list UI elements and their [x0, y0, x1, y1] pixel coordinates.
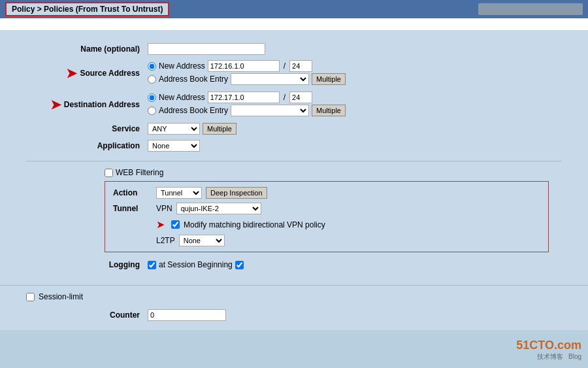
- dest-address-book-row: Address Book Entry Multiple: [148, 105, 558, 116]
- spacer-bar: [0, 18, 588, 30]
- source-address-label-wrap: ➤ Source Address: [30, 65, 140, 81]
- application-row: Application None: [26, 137, 562, 154]
- modify-label: Modify matching bidirectional VPN policy: [184, 220, 325, 229]
- dest-ip-input[interactable]: [208, 92, 280, 103]
- logging-end-checkbox[interactable]: [235, 261, 244, 269]
- source-new-address-radio[interactable]: [148, 62, 156, 71]
- watermark: 51CTO.com 技术博客 Blog: [516, 339, 581, 361]
- source-new-address-label: New Address: [159, 61, 205, 71]
- at-session-label: at Session Beginning: [159, 260, 233, 269]
- modify-arrow-icon: ➤: [156, 218, 165, 231]
- counter-row: Counter: [26, 307, 562, 324]
- logging-controls: at Session Beginning: [144, 258, 562, 272]
- service-field-cell: ANY Multiple: [144, 120, 562, 137]
- service-select[interactable]: ANY: [148, 123, 200, 135]
- action-select[interactable]: Tunnel Permit Deny: [156, 187, 202, 199]
- dest-address-book-label: Address Book Entry: [159, 106, 228, 115]
- application-select[interactable]: None: [148, 140, 200, 152]
- session-limit-label: Session-limit: [39, 292, 83, 301]
- logging-row: Logging at Session Beginning: [26, 258, 562, 272]
- source-ip-input[interactable]: [208, 60, 280, 72]
- dest-arrow-icon: ➤: [50, 97, 61, 112]
- session-limit-row: Session-limit: [26, 292, 562, 301]
- application-field-cell: None: [144, 137, 562, 154]
- source-address-book-select[interactable]: [231, 73, 309, 85]
- watermark-bottom: 技术博客 Blog: [516, 352, 581, 361]
- action-label: Action: [113, 188, 152, 197]
- form-table: Name (optional) ➤ Source Address New Add…: [26, 41, 562, 154]
- logging-table: Logging at Session Beginning: [26, 258, 562, 272]
- counter-label: Counter: [26, 307, 144, 324]
- name-field-cell: [144, 41, 562, 58]
- service-multiple-button[interactable]: Multiple: [203, 123, 237, 135]
- source-prefix-input[interactable]: [289, 60, 312, 72]
- bottom-section: Session-limit Counter: [0, 286, 588, 330]
- vpn-label: VPN: [156, 204, 172, 213]
- service-row: Service ANY Multiple: [26, 120, 562, 137]
- web-filtering-checkbox[interactable]: [105, 169, 113, 177]
- dest-prefix-input[interactable]: [289, 92, 312, 103]
- watermark-sub: 技术博客: [537, 353, 563, 360]
- action-row: Action Tunnel Permit Deny Deep Inspectio…: [113, 187, 540, 199]
- tunnel-row: Tunnel VPN qujun-IKE-2: [113, 203, 540, 214]
- web-filtering-label: WEB Filtering: [116, 168, 163, 177]
- dest-new-address-label: New Address: [159, 93, 205, 102]
- l2tp-select[interactable]: None: [179, 235, 225, 246]
- application-label-cell: Application: [26, 137, 144, 154]
- logging-checkbox[interactable]: [148, 261, 156, 269]
- dest-new-address-row: New Address /: [148, 92, 558, 103]
- source-address-book-label: Address Book Entry: [159, 75, 228, 84]
- modify-checkbox-row: ➤ Modify matching bidirectional VPN poli…: [156, 218, 325, 231]
- dest-address-label-wrap: ➤ Destination Address: [30, 97, 140, 112]
- divider-1: [26, 161, 562, 161]
- page-breadcrumb: Policy > Policies (From Trust To Untrust…: [5, 2, 169, 16]
- logging-section: Logging at Session Beginning: [26, 258, 562, 272]
- watermark-blog: Blog: [568, 353, 581, 360]
- counter-input[interactable]: [148, 309, 226, 321]
- modify-bidirectional-checkbox[interactable]: [171, 220, 180, 229]
- watermark-top: 51CTO.com: [516, 339, 581, 352]
- destination-address-cell: ➤ Destination Address: [26, 89, 144, 120]
- name-label: Name (optional): [26, 41, 144, 58]
- l2tp-row: L2TP None: [113, 235, 540, 246]
- source-address-cell: ➤ Source Address: [26, 58, 144, 89]
- destination-address-label: Destination Address: [64, 100, 140, 109]
- source-arrow-icon: ➤: [66, 65, 77, 81]
- logging-label: Logging: [26, 258, 144, 272]
- top-bar-right-area: [478, 3, 583, 15]
- counter-table: Counter: [26, 307, 562, 324]
- source-address-options: New Address / Address Book Entry Multipl…: [144, 58, 562, 89]
- main-content: Name (optional) ➤ Source Address New Add…: [0, 30, 588, 285]
- l2tp-label: L2TP: [156, 236, 175, 245]
- tunnel-label: Tunnel: [113, 204, 152, 213]
- source-address-row: ➤ Source Address New Address / Address B…: [26, 58, 562, 89]
- action-box: Action Tunnel Permit Deny Deep Inspectio…: [105, 181, 549, 252]
- destination-address-row: ➤ Destination Address New Address / Addr…: [26, 89, 562, 120]
- dest-slash: /: [284, 93, 286, 102]
- source-slash: /: [284, 61, 286, 71]
- source-address-label: Source Address: [80, 69, 140, 78]
- web-filter-row: WEB Filtering: [105, 168, 562, 177]
- counter-field-cell: [144, 307, 562, 324]
- vpn-select[interactable]: qujun-IKE-2: [176, 203, 261, 214]
- dest-multiple-button[interactable]: Multiple: [312, 105, 346, 116]
- dest-address-book-select[interactable]: [231, 105, 309, 116]
- name-row: Name (optional): [26, 41, 562, 58]
- deep-inspection-button[interactable]: Deep Inspection: [206, 187, 267, 199]
- destination-address-options: New Address / Address Book Entry Multipl…: [144, 89, 562, 120]
- top-bar: Policy > Policies (From Trust To Untrust…: [0, 0, 588, 18]
- source-address-book-row: Address Book Entry Multiple: [148, 73, 558, 85]
- modify-row: ➤ Modify matching bidirectional VPN poli…: [113, 218, 540, 231]
- dest-address-book-radio[interactable]: [148, 107, 156, 115]
- service-label-cell: Service: [26, 120, 144, 137]
- source-multiple-button[interactable]: Multiple: [312, 73, 346, 85]
- session-limit-checkbox[interactable]: [26, 293, 35, 301]
- name-input[interactable]: [148, 43, 265, 55]
- dest-new-address-radio[interactable]: [148, 93, 156, 102]
- source-address-book-radio[interactable]: [148, 75, 156, 84]
- source-new-address-row: New Address /: [148, 60, 558, 72]
